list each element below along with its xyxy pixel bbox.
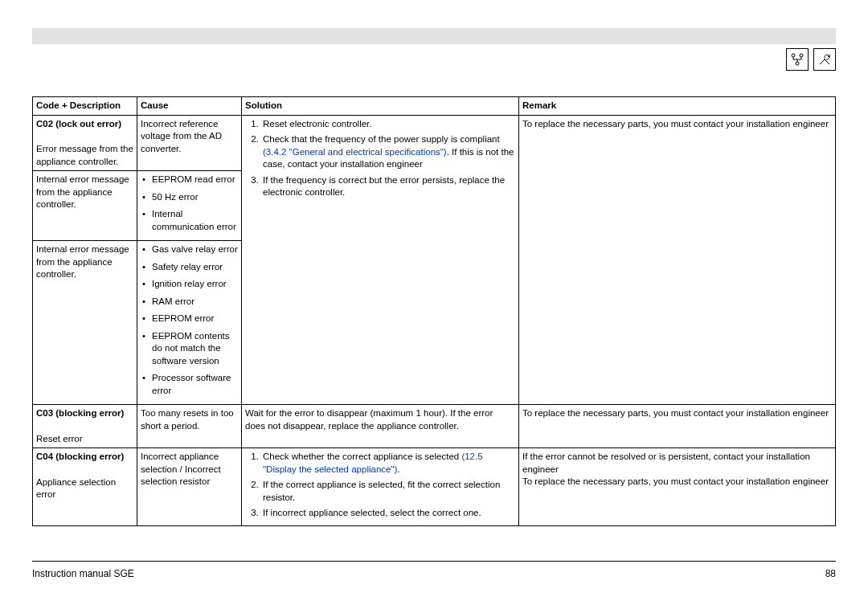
svg-point-2 (796, 62, 799, 65)
solution-item: If the correct appliance is selected, fi… (261, 479, 515, 504)
cause-cell: Incorrect reference voltage from the AD … (137, 115, 242, 171)
svg-point-1 (800, 54, 803, 57)
code-title: C02 (lock out error) (36, 118, 133, 131)
cause-item: RAM error (152, 296, 238, 309)
cause-item: Safety relay error (152, 261, 238, 274)
solution-item: Check whether the correct appliance is s… (261, 451, 515, 476)
diagram-icon (786, 48, 809, 71)
content-area: Code + Description Cause Solution Remark… (32, 96, 836, 526)
header-icons (786, 48, 836, 71)
code-desc: Reset error (36, 433, 133, 446)
cause-cell: Too many resets in too short a period. (137, 405, 242, 448)
table-header-row: Code + Description Cause Solution Remark (33, 97, 836, 116)
solution-cell: Reset electronic controller. Check that … (242, 115, 519, 405)
remark-cell: If the error cannot be resolved or is pe… (519, 448, 836, 526)
remark-line: If the error cannot be resolved or is pe… (522, 451, 832, 476)
cause-cell: Gas valve relay error Safety relay error… (137, 241, 242, 405)
header-cause: Cause (137, 97, 242, 116)
footer-title: Instruction manual SGE (32, 568, 134, 579)
code-title: C04 (blocking error) (36, 451, 133, 464)
remark-cell: To replace the necessary parts, you must… (519, 115, 836, 405)
cause-item: EEPROM read error (152, 174, 238, 186)
table-row: C04 (blocking error) Appliance selection… (33, 448, 836, 526)
header-solution: Solution (242, 97, 519, 116)
remark-cell: To replace the necessary parts, you must… (519, 405, 836, 448)
code-cell: Internal error message from the applianc… (33, 241, 137, 405)
code-cell: C03 (blocking error) Reset error (33, 405, 137, 448)
cause-item: Processor software error (152, 372, 238, 397)
cause-cell: Incorrect appliance selection / Incorrec… (137, 448, 242, 526)
tools-icon (813, 48, 836, 71)
cause-item: 50 Hz error (152, 191, 238, 204)
header-remark: Remark (519, 97, 836, 116)
code-desc: Error message from the appliance control… (36, 143, 133, 168)
code-cell: C02 (lock out error) Error message from … (33, 115, 137, 171)
cause-cell: EEPROM read error 50 Hz error Internal c… (137, 171, 242, 241)
svg-point-0 (792, 54, 795, 57)
code-cell: C04 (blocking error) Appliance selection… (33, 448, 137, 526)
code-title: C03 (blocking error) (36, 407, 133, 420)
cause-item: Internal communication error (152, 208, 238, 233)
footer: Instruction manual SGE 88 (32, 561, 836, 579)
page: Code + Description Cause Solution Remark… (0, 0, 868, 613)
cause-item: Ignition relay error (152, 278, 238, 291)
cause-item: EEPROM contents do not match the softwar… (152, 330, 238, 368)
solution-cell: Check whether the correct appliance is s… (242, 448, 519, 526)
page-number: 88 (825, 568, 836, 579)
solution-item: Reset electronic controller. (261, 118, 515, 131)
table-row: C03 (blocking error) Reset error Too man… (33, 405, 836, 448)
reference-link[interactable]: (3.4.2 "General and electrical specifica… (263, 147, 447, 157)
header-bar (32, 28, 836, 44)
code-desc: Appliance selection error (36, 476, 133, 501)
solution-item: If incorrect appliance selected, select … (261, 507, 515, 520)
solution-item: If the frequency is correct but the erro… (261, 174, 515, 199)
solution-item: Check that the frequency of the power su… (261, 133, 515, 171)
error-table: Code + Description Cause Solution Remark… (32, 96, 836, 526)
code-cell: Internal error message from the applianc… (33, 171, 137, 241)
table-row: C02 (lock out error) Error message from … (33, 115, 836, 171)
remark-line: To replace the necessary parts, you must… (522, 476, 832, 488)
header-code: Code + Description (33, 97, 137, 116)
cause-item: Gas valve relay error (152, 243, 238, 256)
solution-cell: Wait for the error to disappear (maximum… (242, 405, 519, 448)
cause-item: EEPROM error (152, 313, 238, 325)
